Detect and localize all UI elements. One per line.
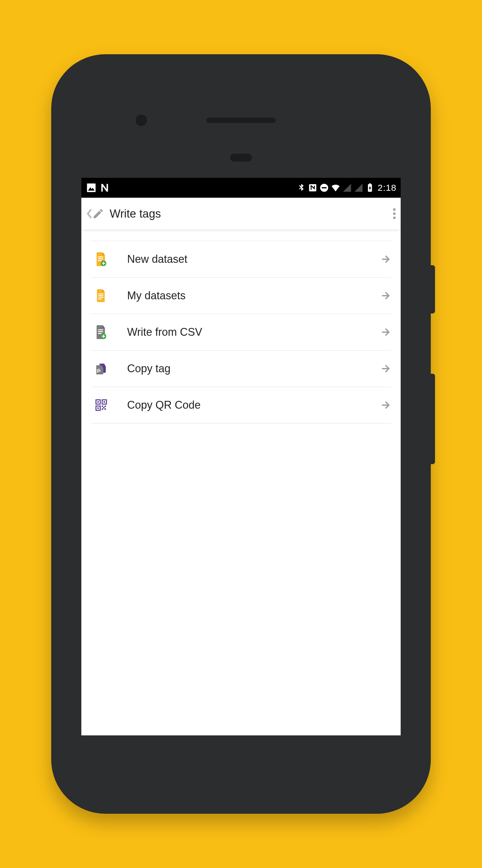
svg-rect-30 — [104, 401, 105, 403]
svg-rect-6 — [369, 183, 371, 184]
svg-rect-21 — [98, 330, 103, 330]
chevron-right-icon — [381, 364, 391, 374]
svg-rect-37 — [104, 408, 106, 410]
app-bar: Write tags — [81, 198, 401, 230]
menu-item-my-datasets[interactable]: My datasets — [91, 277, 391, 314]
svg-rect-2 — [309, 184, 316, 191]
menu-item-copy-qr[interactable]: Copy QR Code — [91, 387, 391, 424]
signal-2-icon — [354, 183, 363, 193]
power-button — [431, 265, 435, 313]
svg-rect-17 — [98, 293, 103, 294]
menu-item-label: My datasets — [111, 289, 381, 302]
nfc-icon — [308, 183, 318, 193]
svg-rect-22 — [98, 331, 103, 332]
svg-rect-32 — [97, 407, 99, 409]
svg-rect-9 — [393, 213, 395, 215]
svg-rect-34 — [104, 406, 106, 407]
dnd-icon — [319, 183, 329, 193]
overflow-menu-button[interactable] — [393, 208, 396, 220]
qr-icon — [91, 399, 111, 411]
status-bar: 2:18 — [81, 178, 401, 198]
svg-rect-10 — [393, 217, 395, 219]
svg-rect-23 — [98, 333, 101, 334]
front-camera — [135, 115, 147, 126]
svg-rect-36 — [102, 408, 103, 410]
phone-frame: 2:18 Write tags — [51, 54, 431, 814]
file-add-icon — [91, 252, 111, 266]
screen: 2:18 Write tags — [81, 178, 401, 735]
android-n-icon — [99, 182, 111, 193]
chevron-right-icon — [381, 254, 391, 264]
svg-rect-20 — [98, 299, 101, 300]
status-clock: 2:18 — [378, 183, 396, 193]
menu-list: New dataset My datasets — [81, 230, 401, 424]
svg-rect-26 — [102, 336, 105, 337]
svg-rect-19 — [98, 297, 103, 298]
svg-rect-35 — [103, 407, 104, 408]
volume-button — [431, 374, 435, 464]
back-button[interactable] — [86, 207, 93, 220]
svg-rect-33 — [102, 406, 103, 407]
file-csv-icon — [91, 325, 111, 339]
chevron-right-icon — [381, 327, 391, 337]
sensor — [230, 154, 252, 161]
menu-item-write-csv[interactable]: Write from CSV — [91, 314, 391, 350]
page-title: Write tags — [110, 207, 393, 220]
signal-1-icon — [342, 183, 352, 193]
menu-item-label: Copy tag — [111, 362, 381, 375]
battery-charging-icon — [365, 183, 375, 193]
svg-rect-12 — [98, 258, 103, 259]
svg-rect-4 — [322, 187, 327, 188]
earpiece — [206, 118, 276, 123]
svg-rect-8 — [393, 209, 395, 211]
menu-item-copy-tag[interactable]: Copy tag — [91, 350, 391, 387]
menu-item-label: Copy QR Code — [111, 399, 381, 411]
menu-item-label: New dataset — [111, 253, 381, 266]
menu-item-new-dataset[interactable]: New dataset — [91, 241, 391, 277]
edit-icon — [92, 208, 104, 220]
svg-rect-28 — [97, 401, 99, 403]
copy-tag-icon — [91, 362, 111, 375]
file-icon — [91, 289, 111, 302]
svg-rect-0 — [87, 184, 96, 192]
svg-rect-16 — [102, 263, 105, 264]
svg-rect-11 — [98, 256, 103, 257]
chevron-right-icon — [381, 400, 391, 410]
menu-item-label: Write from CSV — [111, 326, 381, 338]
bluetooth-icon — [296, 183, 306, 193]
svg-rect-13 — [98, 260, 101, 261]
wifi-icon — [331, 183, 341, 193]
svg-rect-18 — [98, 296, 103, 296]
picture-icon — [86, 182, 97, 193]
chevron-right-icon — [381, 290, 391, 301]
